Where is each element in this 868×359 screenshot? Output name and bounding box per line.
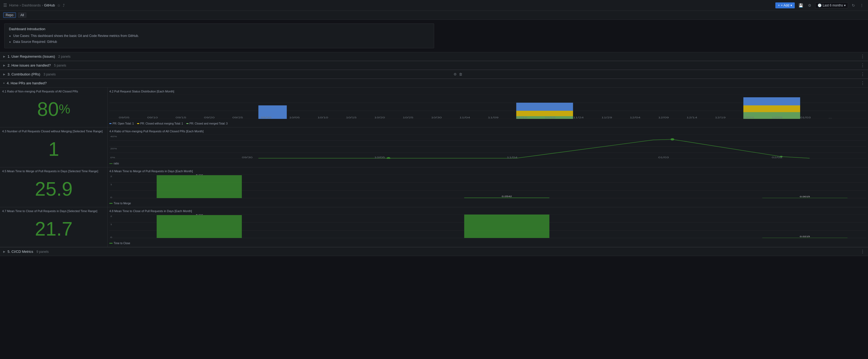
intro-panel: Dashboard Introduction Use Cases: This d…	[4, 24, 434, 48]
section-3-title: 3. Contribution (PRs)	[7, 72, 40, 76]
panel-4-3-value: 1	[2, 134, 105, 163]
svg-rect-8	[743, 97, 800, 106]
panel-4-8-legend: Time to Close	[109, 242, 866, 245]
section-2-count: 5 panels	[54, 64, 66, 67]
svg-text:20%: 20%	[111, 148, 117, 150]
svg-text:0%: 0%	[111, 157, 115, 159]
section-2-header[interactable]: ▶ 2. How issues are handled? 5 panels ⋮	[0, 61, 868, 70]
hamburger-icon[interactable]: ☰	[3, 3, 7, 8]
svg-rect-79	[464, 214, 549, 238]
time-range-picker[interactable]: 🕐 Last 6 months ▾	[815, 2, 848, 8]
star-icon[interactable]: ☆	[57, 3, 61, 7]
svg-text:2: 2	[111, 176, 112, 178]
svg-text:10/20: 10/20	[374, 116, 385, 119]
svg-text:12/09: 12/09	[658, 116, 669, 119]
svg-rect-63	[464, 198, 549, 198]
svg-text:1.95: 1.95	[195, 214, 203, 215]
section-1-header[interactable]: ▶ 1. User Requirements (Issues) 2 panels…	[0, 52, 868, 61]
section-5-title: 5. CI/CD Metrics	[7, 249, 33, 253]
section-4-header[interactable]: ▾ 4. How PRs are handled? ⋮	[0, 79, 868, 88]
panel-row-2: 4.3 Number of Pull Requests Closed witho…	[0, 127, 868, 168]
section-2-chevron: ▶	[3, 64, 5, 67]
chevron-down-icon: ▾	[790, 3, 792, 7]
section-3-count: 3 panels	[43, 72, 56, 76]
svg-text:10/10: 10/10	[317, 116, 328, 119]
panel-row-3: 4.5 Mean Time to Merge of Pull Requests …	[0, 168, 868, 207]
section-1-more[interactable]: ⋮	[861, 54, 865, 59]
section-5-header[interactable]: ▶ 5. CI/CD Metrics 9 panels ⋮	[0, 247, 868, 256]
svg-text:1: 1	[111, 223, 112, 226]
panel-4-2-chart: 09/05 09/10 09/15 09/20 09/25 09/30 10/0…	[109, 95, 866, 119]
panel-4-2-title: 4.2 Pull Request Status Distribution [Ea…	[109, 90, 866, 93]
section-5-count: 9 panels	[36, 250, 49, 253]
panel-4-5-value: 25.9	[2, 174, 105, 203]
svg-rect-66	[762, 198, 847, 198]
panel-4-2: 4.2 Pull Request Status Distribution [Ea…	[108, 88, 868, 127]
svg-point-46	[387, 157, 391, 159]
clock-icon: 🕐	[818, 3, 822, 7]
panel-4-8-chart: 2 1 0 1.95 October 2023 2.62 January 202…	[109, 214, 866, 239]
section-4-more[interactable]: ⋮	[861, 81, 865, 86]
panel-4-1-title: 4.1 Ratio of Non-merging Pull Requests o…	[2, 90, 105, 93]
svg-text:...: ...	[829, 116, 832, 119]
panel-4-1: 4.1 Ratio of Non-merging Pull Requests o…	[0, 88, 108, 127]
save-button[interactable]: 💾	[798, 2, 804, 9]
add-icon: +	[778, 3, 780, 7]
intro-title: Dashboard Introduction	[9, 27, 430, 31]
nav-right: + + Add ▾ 💾 ⚙ 🕐 Last 6 months ▾ ↻ ⋮	[775, 2, 865, 9]
svg-text:12/29: 12/29	[772, 116, 783, 119]
section-4-title: 4. How PRs are handled?	[7, 81, 46, 85]
svg-rect-82	[762, 238, 847, 238]
panel-4-4: 4.4 Ratio of Non-merging Pull Requests o…	[108, 127, 868, 167]
section-3-more[interactable]: ⋮	[861, 72, 865, 77]
intro-item-1: Use Cases: This dashboard shows the basi…	[13, 33, 430, 39]
svg-text:10/15: 10/15	[346, 116, 356, 119]
dashboards-link[interactable]: Dashboards	[22, 3, 41, 7]
panel-4-6-legend: Time to Merge	[109, 202, 866, 205]
share-icon[interactable]: ⤴	[63, 3, 65, 7]
svg-text:11/29: 11/29	[601, 116, 612, 119]
add-label: + Add	[781, 3, 789, 7]
intro-item-2: Data Source Required: GitHub	[13, 39, 430, 45]
svg-rect-76	[157, 215, 242, 238]
svg-rect-60	[157, 175, 242, 198]
panel-4-8-title: 4.8 Mean Time to Close of Pull Requests …	[109, 209, 866, 213]
svg-text:10/30: 10/30	[431, 116, 442, 119]
all-filter[interactable]: All	[18, 12, 26, 18]
panel-4-4-legend: ratio	[109, 162, 866, 165]
section-3-trash-icon[interactable]: 🗑	[459, 72, 462, 76]
svg-text:10/05: 10/05	[289, 116, 300, 119]
settings-button[interactable]: ⚙	[807, 2, 812, 9]
section-1-count: 2 panels	[58, 55, 70, 59]
add-button[interactable]: + + Add ▾	[775, 2, 795, 8]
home-link[interactable]: Home	[9, 3, 19, 7]
refresh-button[interactable]: ↻	[851, 2, 856, 9]
svg-rect-6	[516, 111, 573, 116]
section-3-settings-icon[interactable]: ⚙	[454, 72, 457, 76]
current-page: GitHub	[44, 3, 55, 7]
repo-filter[interactable]: Repo	[3, 12, 16, 18]
svg-text:0: 0	[111, 197, 112, 199]
top-navigation: ☰ Home › Dashboards › GitHub ☆ ⤴ + + Add…	[0, 0, 868, 11]
section-1-title: 1. User Requirements (Issues)	[7, 55, 55, 59]
svg-text:12/04: 12/04	[630, 116, 641, 119]
svg-text:11/09: 11/09	[488, 116, 498, 119]
svg-text:1.95: 1.95	[195, 174, 203, 175]
panel-4-4-title: 4.4 Ratio of Non-merging Pull Requests o…	[109, 130, 866, 133]
section-4-chevron: ▾	[3, 82, 5, 85]
more-options-button[interactable]: ⋮	[859, 2, 865, 9]
panel-4-5-title: 4.5 Mean Time to Merge of Pull Requests …	[2, 170, 105, 173]
svg-text:11/24: 11/24	[573, 116, 584, 119]
svg-text:09/25: 09/25	[232, 116, 243, 119]
section-3-header[interactable]: ▶ 3. Contribution (PRs) 3 panels ⚙ 🗑 ⋮	[0, 70, 868, 79]
svg-text:12/24: 12/24	[743, 116, 754, 119]
svg-text:1: 1	[111, 183, 112, 186]
panel-4-6-chart: 2 1 0 1.95 October 2023 0.0542 January 2…	[109, 174, 866, 199]
svg-text:0.0215: 0.0215	[800, 236, 810, 238]
sep2: ›	[42, 3, 43, 7]
section-2-more[interactable]: ⋮	[861, 63, 865, 68]
svg-text:09/20: 09/20	[204, 116, 215, 119]
svg-text:10/25: 10/25	[403, 116, 413, 119]
svg-text:11/14: 11/14	[516, 116, 527, 119]
section-5-more[interactable]: ⋮	[861, 249, 865, 254]
